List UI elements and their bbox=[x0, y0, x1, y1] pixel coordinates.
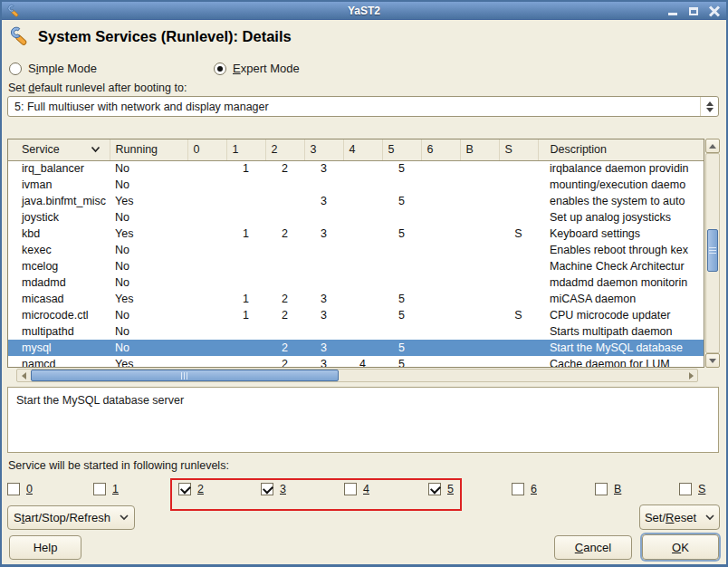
service-description-box: Start the MySQL database server bbox=[7, 387, 719, 453]
column-header-1[interactable]: 1 bbox=[226, 139, 265, 160]
table-row-irq-balancer[interactable]: irq_balancerNo1235irqbalance daemon prov… bbox=[8, 160, 704, 177]
checkbox-label: 4 bbox=[363, 483, 369, 495]
column-header-3[interactable]: 3 bbox=[304, 139, 343, 160]
runlevel-checkbox-0[interactable]: 0 bbox=[7, 483, 33, 495]
sort-descending-icon bbox=[91, 146, 101, 153]
checkbox-label: 2 bbox=[197, 483, 204, 495]
unchecked-checkbox-icon[interactable] bbox=[595, 483, 608, 495]
horizontal-scrollbar[interactable] bbox=[16, 369, 698, 382]
start-stop-refresh-button[interactable]: Start/Stop/Refresh bbox=[7, 505, 135, 530]
column-header-b[interactable]: B bbox=[460, 139, 499, 160]
unchecked-checkbox-icon[interactable] bbox=[344, 483, 357, 495]
checked-checkbox-icon[interactable] bbox=[261, 483, 273, 495]
column-header-description[interactable]: Description bbox=[538, 139, 704, 160]
column-header-service[interactable]: Service bbox=[8, 139, 110, 160]
vertical-scrollbar-track[interactable] bbox=[705, 153, 720, 353]
maximize-icon[interactable] bbox=[687, 5, 700, 17]
column-header-2[interactable]: 2 bbox=[265, 139, 304, 160]
runlevel-checkbox-5[interactable]: 5 bbox=[428, 483, 454, 495]
simple-mode-label: Simple Mode bbox=[28, 62, 97, 75]
runlevel-checkbox-row: 0123456BS bbox=[7, 483, 717, 503]
checkbox-label: 1 bbox=[112, 483, 119, 495]
checkbox-label: 3 bbox=[280, 483, 286, 495]
selected-runlevel-value: 5: Full multiuser with network and displ… bbox=[8, 101, 700, 113]
set-reset-button[interactable]: Set/Reset bbox=[639, 505, 720, 530]
ok-button[interactable]: OK bbox=[642, 534, 719, 560]
column-header-5[interactable]: 5 bbox=[382, 139, 421, 160]
runlevel-checkbox-4[interactable]: 4 bbox=[344, 483, 369, 495]
checkbox-label: B bbox=[614, 483, 621, 495]
page-title: System Services (Runlevel): Details bbox=[38, 28, 292, 45]
runlevel-checkbox-3[interactable]: 3 bbox=[261, 483, 286, 495]
column-header-running[interactable]: Running bbox=[110, 139, 187, 160]
table-row-kexec[interactable]: kexecNoEnables reboot through kex bbox=[8, 242, 704, 258]
scroll-up-icon[interactable] bbox=[705, 139, 720, 153]
runlevels-section-label: Service will be started in following run… bbox=[8, 459, 229, 472]
help-button[interactable]: Help bbox=[9, 535, 81, 560]
table-row-namcd[interactable]: namcdYes2345Cache daemon for LUM bbox=[8, 356, 704, 368]
spinner-arrows-icon[interactable] bbox=[700, 97, 718, 116]
wrench-icon bbox=[7, 25, 29, 47]
table-row-mdadmd[interactable]: mdadmdNomdadmd daemon monitorin bbox=[8, 274, 704, 291]
radio-circle[interactable] bbox=[9, 62, 22, 75]
column-header-6[interactable]: 6 bbox=[421, 139, 460, 160]
unchecked-checkbox-icon[interactable] bbox=[512, 483, 524, 495]
scroll-left-icon[interactable] bbox=[17, 370, 30, 381]
unchecked-checkbox-icon[interactable] bbox=[7, 483, 20, 495]
checkbox-label: 6 bbox=[531, 483, 537, 495]
table-row-ivman[interactable]: ivmanNomounting/execution daemo bbox=[8, 177, 704, 193]
unchecked-checkbox-icon[interactable] bbox=[679, 483, 692, 495]
default-runlevel-label: Set default runlevel after booting to: bbox=[8, 82, 187, 94]
table-row-mysql[interactable]: mysqlNo235Start the MySQL database bbox=[8, 340, 704, 356]
expert-mode-label: Expert Mode bbox=[233, 62, 300, 75]
table-row-kbd[interactable]: kbdYes1235SKeyboard settings bbox=[8, 226, 704, 242]
checked-checkbox-icon[interactable] bbox=[178, 483, 191, 495]
default-runlevel-select[interactable]: 5: Full multiuser with network and displ… bbox=[7, 96, 719, 117]
titlebar[interactable]: YaST2 bbox=[2, 2, 726, 20]
column-header-0[interactable]: 0 bbox=[187, 139, 226, 160]
vertical-scrollbar-thumb[interactable] bbox=[707, 229, 718, 272]
expert-mode-radio[interactable]: Expert Mode bbox=[214, 62, 300, 75]
minimize-icon[interactable] bbox=[666, 5, 679, 17]
checkbox-label: 5 bbox=[447, 483, 454, 495]
table-row-multipathd[interactable]: multipathdNoStarts multipath daemon bbox=[8, 323, 704, 340]
scroll-down-icon[interactable] bbox=[705, 353, 720, 368]
table-body: irq_balancerNo1235irqbalance daemon prov… bbox=[8, 160, 704, 368]
unchecked-checkbox-icon[interactable] bbox=[93, 483, 106, 495]
chevron-down-icon bbox=[120, 514, 129, 521]
table-row-mcelog[interactable]: mcelogNoMachine Check Architectur bbox=[8, 258, 704, 274]
table-row-microcode-ctl[interactable]: microcode.ctlNo1235SCPU microcode update… bbox=[8, 307, 704, 323]
runlevel-checkbox-2[interactable]: 2 bbox=[178, 483, 204, 495]
table-row-joystick[interactable]: joystickNoSet up analog josysticks bbox=[8, 209, 704, 226]
table-row-java-binfmt-misc[interactable]: java.binfmt_miscYes35enables the system … bbox=[8, 193, 704, 209]
runlevel-checkbox-s[interactable]: S bbox=[679, 483, 705, 495]
page-header: System Services (Runlevel): Details bbox=[7, 25, 292, 47]
scroll-right-icon[interactable] bbox=[685, 370, 697, 381]
vertical-scrollbar[interactable] bbox=[705, 139, 720, 368]
simple-mode-radio[interactable]: Simple Mode bbox=[9, 62, 97, 75]
runlevel-checkbox-6[interactable]: 6 bbox=[512, 483, 537, 495]
window-title: YaST2 bbox=[2, 5, 726, 17]
cancel-button[interactable]: Cancel bbox=[554, 535, 632, 560]
radio-circle-checked[interactable] bbox=[214, 62, 226, 75]
runlevel-checkbox-1[interactable]: 1 bbox=[93, 483, 119, 495]
checkbox-label: 0 bbox=[26, 483, 33, 495]
horizontal-scrollbar-thumb[interactable] bbox=[31, 370, 339, 381]
yast2-window: YaST2 System Services (Runlevel): Detail… bbox=[0, 0, 728, 567]
services-table[interactable]: ServiceRunning0123456BSDescription irq_b… bbox=[7, 139, 704, 368]
close-icon[interactable] bbox=[708, 5, 721, 17]
checked-checkbox-icon[interactable] bbox=[428, 483, 441, 495]
column-header-s[interactable]: S bbox=[499, 139, 538, 160]
chevron-down-icon bbox=[705, 514, 714, 521]
table-row-micasad[interactable]: micasadYes1235miCASA daemon bbox=[8, 291, 704, 307]
column-header-4[interactable]: 4 bbox=[343, 139, 382, 160]
checkbox-label: S bbox=[698, 483, 705, 495]
runlevel-checkbox-b[interactable]: B bbox=[595, 483, 621, 495]
table-header-row: ServiceRunning0123456BSDescription bbox=[8, 139, 704, 160]
